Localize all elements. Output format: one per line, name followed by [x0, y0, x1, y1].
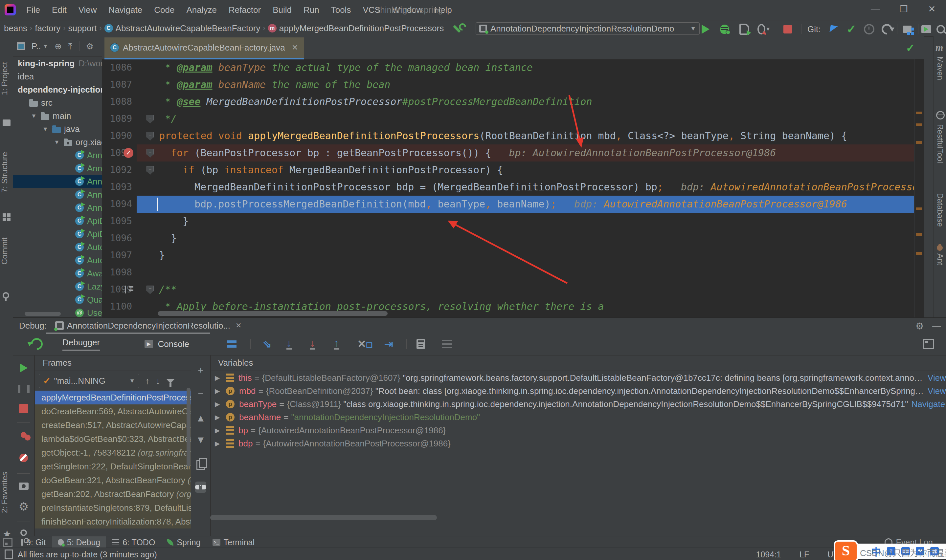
- gutter[interactable]: −: [137, 110, 156, 128]
- gear-icon[interactable]: ⚙: [86, 42, 94, 52]
- stripe-item-maven[interactable]: Maven: [935, 57, 945, 80]
- frame-row[interactable]: applyMergedBeanDefinitionPostProcessors:…: [35, 391, 191, 405]
- debug-session-tab[interactable]: AnnotationDependencyInjectionResolutio..…: [55, 321, 242, 331]
- git-commit-button[interactable]: ✓: [845, 24, 858, 35]
- expand-icon[interactable]: ▶: [215, 400, 226, 408]
- tree-item[interactable]: ▼org.xiaoge.t: [13, 135, 102, 149]
- debug-button[interactable]: [718, 24, 731, 35]
- stripe-item-ant[interactable]: Ant: [935, 254, 945, 265]
- rollback-button[interactable]: [880, 24, 894, 35]
- line-number[interactable]: 1095: [102, 213, 137, 230]
- tool-window-button-terminal[interactable]: >_Terminal: [206, 536, 260, 548]
- error-stripe-mark[interactable]: [916, 208, 922, 210]
- menu-file[interactable]: File: [21, 3, 45, 17]
- run-configuration-select[interactable]: AnnotationDependencyInjectionResolutionD…: [476, 22, 699, 35]
- show-execution-point-button[interactable]: ⇘: [263, 337, 272, 352]
- gutter[interactable]: −: [137, 162, 156, 178]
- annotate-gutter-icon[interactable]: [125, 286, 134, 294]
- code-line[interactable]: 1098: [102, 264, 924, 281]
- frame-row[interactable]: doCreateBean:569, AbstractAutowireCapabl…: [35, 405, 191, 418]
- view-breakpoints-button[interactable]: [18, 429, 29, 441]
- collapse-all-icon[interactable]: ⤒: [68, 42, 72, 52]
- value-link[interactable]: View: [928, 373, 946, 383]
- tree-expand-icon[interactable]: ▼: [54, 139, 60, 146]
- tree-item[interactable]: idea: [13, 70, 102, 83]
- gutter[interactable]: [137, 93, 156, 110]
- error-stripe-mark[interactable]: [916, 123, 922, 126]
- fold-marker-icon[interactable]: −: [146, 132, 154, 140]
- gutter[interactable]: [137, 76, 156, 93]
- code-text[interactable]: protected void applyMergedBeanDefinition…: [156, 128, 924, 145]
- add-watch-button[interactable]: +: [195, 365, 206, 376]
- code-text[interactable]: /**: [156, 281, 924, 298]
- tree-expand-icon[interactable]: ▼: [31, 112, 37, 120]
- stop-debug-button[interactable]: [18, 403, 29, 415]
- code-text[interactable]: }: [156, 247, 924, 264]
- line-number[interactable]: 1097: [102, 247, 137, 264]
- variable-row[interactable]: ▶this={DefaultListableBeanFactory@1607} …: [210, 371, 946, 385]
- expand-icon[interactable]: ▶: [215, 426, 226, 434]
- variable-row[interactable]: ▶pmbd={RootBeanDefinition@2037} "Root be…: [210, 385, 946, 397]
- resume-button[interactable]: [18, 362, 29, 374]
- variable-row[interactable]: ▶pbeanType={Class@1911} "class org.xiaog…: [210, 397, 946, 411]
- project-structure-button[interactable]: [901, 24, 914, 35]
- profiler-button[interactable]: ▼: [758, 24, 770, 35]
- line-number[interactable]: 1086: [102, 59, 137, 76]
- debug-settings-gear-button[interactable]: ⚙: [18, 501, 29, 512]
- tree-item[interactable]: CApiDepe: [13, 228, 102, 241]
- code-text[interactable]: * @param beanType the actual type of the…: [156, 59, 924, 76]
- error-stripe-mark[interactable]: [916, 252, 922, 255]
- line-number[interactable]: 1093: [102, 178, 137, 195]
- stripe-item-database[interactable]: Database: [935, 193, 945, 227]
- tree-item[interactable]: CApiDepe: [13, 214, 102, 228]
- run-to-cursor-button[interactable]: ⇥: [384, 337, 393, 352]
- editor-horizontal-scrollbar[interactable]: [158, 311, 388, 316]
- frame-row[interactable]: lambda$doGetBean$0:323, AbstractBeanFact…: [35, 432, 191, 446]
- code-line[interactable]: 1099−/**: [102, 281, 924, 298]
- move-down-icon[interactable]: ▼: [195, 434, 206, 445]
- layout-icon[interactable]: [227, 337, 236, 352]
- code-line[interactable]: 1096}: [102, 230, 924, 247]
- menu-view[interactable]: View: [73, 3, 102, 17]
- value-link[interactable]: View: [928, 386, 946, 396]
- gutter[interactable]: [137, 247, 156, 264]
- line-number[interactable]: 1089: [102, 110, 137, 128]
- pause-button[interactable]: [18, 383, 29, 395]
- breadcrumb-item[interactable]: factory: [33, 23, 62, 34]
- fold-marker-icon[interactable]: −: [146, 286, 154, 294]
- breadcrumb-item[interactable]: mapplyMergedBeanDefinitionPostProcessors: [266, 23, 446, 34]
- variables-horizontal-scrollbar[interactable]: [210, 515, 437, 520]
- code-text[interactable]: [156, 264, 924, 281]
- breadcrumb-item[interactable]: CAbstractAutowireCapableBeanFactory: [102, 23, 262, 34]
- code-line[interactable]: 1086 * @param beanType the actual type o…: [102, 59, 924, 76]
- gutter[interactable]: −: [137, 128, 156, 145]
- stripe-item-7-structure[interactable]: 7: Structure: [0, 135, 13, 210]
- code-text[interactable]: * @see MergedBeanDefinitionPostProcessor…: [156, 93, 924, 110]
- run-button[interactable]: [699, 24, 712, 35]
- tree-item[interactable]: CLazyAnn: [13, 280, 102, 293]
- expand-icon[interactable]: ▶: [215, 413, 226, 421]
- evaluate-expression-button[interactable]: [416, 337, 425, 352]
- locate-icon[interactable]: ⊕: [54, 42, 62, 52]
- frame-row[interactable]: preInstantiateSingletons:879, DefaultLis…: [35, 501, 191, 515]
- wrench-icon[interactable]: [454, 23, 464, 33]
- menu-analyze[interactable]: Analyze: [181, 3, 222, 17]
- status-icon[interactable]: [5, 549, 13, 559]
- line-number[interactable]: 1094: [102, 195, 137, 213]
- filter-funnel-icon[interactable]: [166, 379, 175, 383]
- tool-window-button-todo[interactable]: 6: TODO: [106, 536, 161, 548]
- gutter[interactable]: [137, 298, 156, 315]
- gutter[interactable]: −: [137, 281, 156, 298]
- value-link[interactable]: Navigate: [912, 399, 945, 409]
- menu-run[interactable]: Run: [298, 3, 325, 17]
- menu-navigate[interactable]: Navigate: [103, 3, 148, 17]
- step-over-button[interactable]: ↓: [287, 337, 292, 352]
- frame-row[interactable]: doGetBean:321, AbstractBeanFactory (org.…: [35, 473, 191, 487]
- code-line[interactable]: 1095}: [102, 213, 924, 230]
- close-icon[interactable]: ✕: [236, 322, 242, 330]
- line-number[interactable]: 1090: [102, 128, 137, 145]
- tree-item[interactable]: CAutowiri: [13, 241, 102, 254]
- tree-item[interactable]: CAnnotati: [13, 149, 102, 162]
- thread-dump-camera-button[interactable]: [18, 480, 29, 492]
- breadcrumb-item[interactable]: support: [66, 23, 99, 34]
